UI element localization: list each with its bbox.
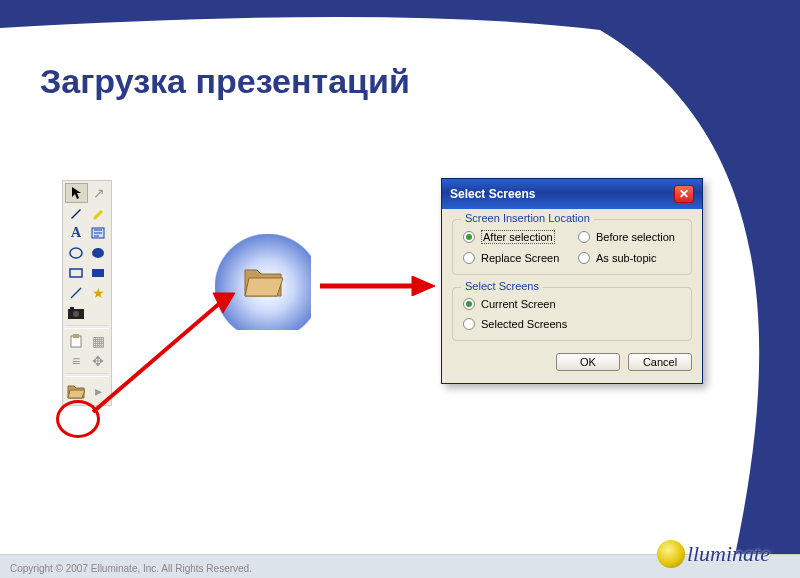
radio-as-sub-topic[interactable]: As sub-topic <box>578 252 681 264</box>
ok-button[interactable]: OK <box>556 353 620 371</box>
svg-line-11 <box>93 303 220 412</box>
copyright-text: Copyright © 2007 Elluminate, Inc. All Ri… <box>10 563 252 574</box>
svg-point-1 <box>70 248 82 258</box>
ellipse-fill-icon[interactable] <box>87 243 109 263</box>
radio-dot-icon <box>463 252 475 264</box>
dialog-titlebar: Select Screens ✕ <box>442 179 702 209</box>
select-screens-dialog: Select Screens ✕ Screen Insertion Locati… <box>441 178 703 384</box>
radio-label: Before selection <box>596 231 675 243</box>
pointer-tool-icon[interactable] <box>65 183 88 203</box>
group-legend-insertion: Screen Insertion Location <box>461 212 594 224</box>
radio-label: Selected Screens <box>481 318 567 330</box>
rect-fill-icon[interactable] <box>87 263 109 283</box>
close-icon[interactable]: ✕ <box>674 185 694 203</box>
arrow-2 <box>320 276 435 296</box>
stack-tool-icon[interactable]: ≡ <box>65 351 87 371</box>
clipboard-tool-icon[interactable] <box>65 331 87 351</box>
svg-line-5 <box>71 288 81 298</box>
screen-insertion-group: Screen Insertion Location After selectio… <box>452 219 692 275</box>
group-legend-select: Select Screens <box>461 280 543 292</box>
svg-rect-10 <box>73 334 79 338</box>
radio-replace-screen[interactable]: Replace Screen <box>463 252 566 264</box>
highlighter-tool-icon[interactable] <box>87 203 109 223</box>
svg-marker-14 <box>412 276 435 296</box>
radio-selected-screens[interactable]: Selected Screens <box>463 318 681 330</box>
svg-rect-4 <box>92 269 104 277</box>
ellipse-outline-icon[interactable] <box>65 243 87 263</box>
radio-dot-icon <box>578 231 590 243</box>
radio-current-screen[interactable]: Current Screen <box>463 298 681 310</box>
radio-dot-icon <box>578 252 590 264</box>
cancel-button[interactable]: Cancel <box>628 353 692 371</box>
lightbulb-icon <box>657 540 685 568</box>
radio-after-selection[interactable]: After selection <box>463 230 566 244</box>
dialog-title: Select Screens <box>450 187 535 201</box>
svg-point-2 <box>92 248 104 258</box>
svg-rect-8 <box>70 307 74 310</box>
slide-title: Загрузка презентаций <box>40 62 410 101</box>
svg-marker-12 <box>213 293 235 313</box>
svg-rect-3 <box>70 269 82 277</box>
radio-label: As sub-topic <box>596 252 657 264</box>
radio-before-selection[interactable]: Before selection <box>578 230 681 244</box>
radio-dot-icon <box>463 231 475 243</box>
radio-label: After selection <box>481 230 555 244</box>
textbox-tool-icon[interactable] <box>87 223 109 243</box>
radio-dot-icon <box>463 298 475 310</box>
radio-label: Replace Screen <box>481 252 559 264</box>
logo-text: lluminate <box>687 541 770 567</box>
radio-label: Current Screen <box>481 298 556 310</box>
svg-point-7 <box>73 311 79 317</box>
radio-dot-icon <box>463 318 475 330</box>
camera-tool-icon[interactable] <box>65 303 87 323</box>
load-presentation-icon[interactable] <box>65 379 87 403</box>
selection-tool-icon[interactable]: ↗ <box>88 183 109 203</box>
text-tool-icon[interactable]: A <box>65 223 87 243</box>
pen-tool-icon[interactable] <box>65 203 87 223</box>
elluminate-logo: lluminate <box>657 540 770 568</box>
line-tool-icon[interactable] <box>65 283 87 303</box>
rect-outline-icon[interactable] <box>65 263 87 283</box>
arrow-1 <box>85 285 245 420</box>
select-screens-group: Select Screens Current Screen Selected S… <box>452 287 692 341</box>
